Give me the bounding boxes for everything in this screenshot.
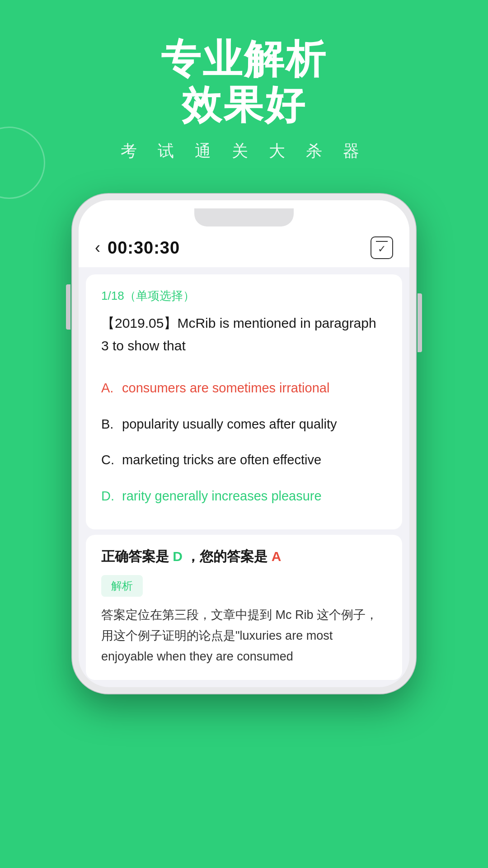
header-section: 专业解析 效果好 考 试 通 关 大 杀 器 [0,0,488,180]
answer-line: 正确答案是 D ，您的答案是 A [101,547,387,566]
sub-title: 考 试 通 关 大 杀 器 [0,140,488,162]
phone-wrapper: ‹ 00:30:30 ✓ 1/18（单项选择） 【2019.05】McRib i… [0,194,488,693]
wrong-letter: A [272,549,282,564]
option-a[interactable]: A. consumers are sometimes irrational [101,370,387,406]
option-c-label: C. [101,450,116,470]
option-c-text: marketing tricks are often effective [122,450,387,470]
option-d-label: D. [101,486,116,506]
notch-area [79,200,409,226]
answer-conjunction: ，您的答案是 [186,549,267,564]
correct-letter: D [173,549,183,564]
option-b-label: B. [101,415,116,434]
back-button[interactable]: ‹ [95,238,100,257]
analysis-text: 答案定位在第三段，文章中提到 Mc Rib 这个例子，用这个例子证明的论点是"l… [101,605,387,667]
notch [194,208,294,226]
option-b-text: popularity usually comes after quality [122,415,387,434]
option-b[interactable]: B. popularity usually comes after qualit… [101,406,387,443]
option-a-label: A. [101,378,116,398]
options-list: A. consumers are sometimes irrational B.… [101,370,387,514]
option-d[interactable]: D. rarity generally increases pleasure [101,478,387,514]
phone-inner: ‹ 00:30:30 ✓ 1/18（单项选择） 【2019.05】McRib i… [79,200,409,687]
timer-display: 00:30:30 [108,238,180,258]
analysis-tag: 解析 [101,575,143,597]
option-c[interactable]: C. marketing tricks are often effective [101,442,387,478]
answer-prefix: 正确答案是 [101,549,169,564]
question-text: 【2019.05】McRib is mentioned in paragraph… [101,312,387,357]
option-a-text: consumers are sometimes irrational [122,378,387,398]
top-bar: ‹ 00:30:30 ✓ [79,226,409,267]
question-meta: 1/18（单项选择） [101,288,387,304]
calendar-check-icon: ✓ [378,243,386,255]
question-card: 1/18（单项选择） 【2019.05】McRib is mentioned i… [86,274,402,529]
option-d-text: rarity generally increases pleasure [122,486,387,506]
phone-content: ‹ 00:30:30 ✓ 1/18（单项选择） 【2019.05】McRib i… [79,226,409,680]
phone-frame: ‹ 00:30:30 ✓ 1/18（单项选择） 【2019.05】McRib i… [72,194,416,693]
calendar-icon[interactable]: ✓ [371,236,393,259]
top-bar-left: ‹ 00:30:30 [95,238,180,258]
answer-card: 正确答案是 D ，您的答案是 A 解析 答案定位在第三段，文章中提到 Mc Ri… [86,535,402,680]
main-title: 专业解析 效果好 [0,36,488,127]
